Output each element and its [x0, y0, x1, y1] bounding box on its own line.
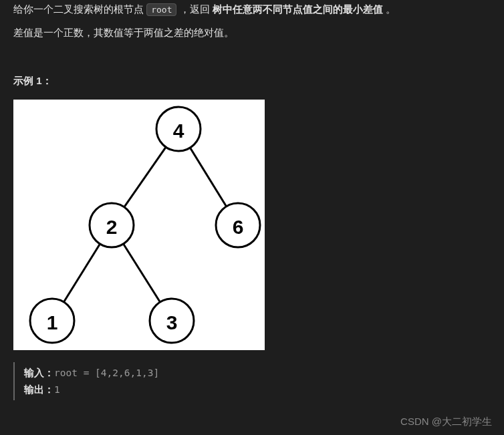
io-block: 输入：root = [4,2,6,1,3] 输出：1: [13, 362, 491, 400]
output-label: 输出：: [24, 384, 54, 395]
problem-description-line1: 给你一个二叉搜索树的根节点 root ，返回 树中任意两不同节点值之间的最小差值…: [13, 0, 491, 18]
svg-text:2: 2: [106, 216, 118, 238]
tree-svg: 42613: [13, 100, 265, 350]
example-title: 示例 1：: [13, 75, 491, 88]
tree-nodes: 42613: [30, 107, 260, 343]
watermark: CSDN @大二初学生: [400, 416, 492, 428]
tree-node-1: 1: [30, 299, 74, 343]
input-value: root = [4,2,6,1,3]: [54, 368, 159, 378]
tree-diagram: 42613: [13, 100, 265, 350]
inline-code-root: root: [146, 3, 176, 16]
tree-node-4: 4: [156, 107, 201, 151]
input-line: 输入：root = [4,2,6,1,3]: [24, 365, 491, 382]
tree-edge: [190, 148, 226, 206]
input-label: 输入：: [24, 368, 54, 378]
svg-text:6: 6: [233, 216, 244, 238]
desc-text-before: 给你一个二叉搜索树的根节点: [13, 3, 146, 15]
tree-node-6: 6: [216, 203, 260, 247]
tree-node-2: 2: [90, 203, 134, 247]
problem-description-line2: 差值是一个正数，其数值等于两值之差的绝对值。: [13, 23, 491, 41]
svg-text:1: 1: [47, 311, 58, 333]
svg-text:4: 4: [173, 120, 184, 142]
tree-edge: [124, 147, 166, 207]
svg-text:3: 3: [166, 311, 178, 333]
output-line: 输出：1: [24, 382, 491, 398]
tree-edges: [64, 147, 226, 302]
tree-edge: [124, 244, 160, 302]
desc-text-end: 。: [386, 3, 396, 15]
desc-text-bold: 树中任意两不同节点值之间的最小差值: [213, 3, 383, 15]
tree-node-3: 3: [150, 299, 194, 343]
output-value: 1: [54, 384, 60, 395]
tree-edge: [64, 244, 100, 302]
desc-text-after: ，返回: [180, 3, 213, 15]
